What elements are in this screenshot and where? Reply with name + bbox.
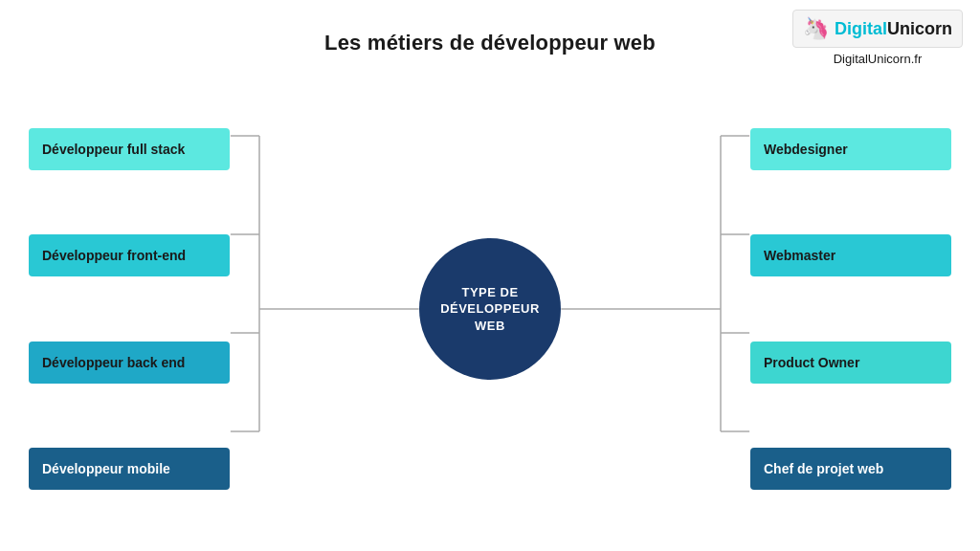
unicorn-icon: 🦄 (803, 16, 829, 41)
center-circle-text: TYPE DE DÉVELOPPEUR WEB (440, 284, 540, 335)
left-boxes: Développeur full stack Développeur front… (29, 86, 258, 532)
right-boxes: Webdesigner Webmaster Product Owner Chef… (722, 86, 951, 532)
node-webdesigner: Webdesigner (750, 128, 951, 170)
diagram: TYPE DE DÉVELOPPEUR WEB Développeur full… (29, 86, 951, 532)
logo-box: 🦄 DigitalUnicorn (792, 10, 963, 48)
center-circle: TYPE DE DÉVELOPPEUR WEB (419, 238, 561, 380)
node-back-end: Développeur back end (29, 342, 230, 384)
node-front-end: Développeur front-end (29, 234, 230, 276)
node-webmaster: Webmaster (750, 234, 951, 276)
node-chef-projet: Chef de projet web (750, 448, 951, 490)
node-mobile: Développeur mobile (29, 448, 230, 490)
brand-name: DigitalUnicorn (835, 19, 952, 39)
brand-url: DigitalUnicorn.fr (834, 52, 922, 66)
brand-highlight: Digital (835, 19, 887, 38)
node-full-stack: Développeur full stack (29, 128, 230, 170)
logo-area: 🦄 DigitalUnicorn DigitalUnicorn.fr (792, 10, 963, 66)
node-product-owner: Product Owner (750, 342, 951, 384)
